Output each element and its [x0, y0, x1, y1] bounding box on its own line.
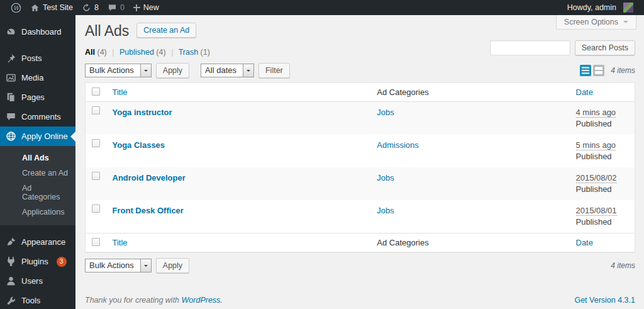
- sidebar-label: Plugins: [21, 257, 48, 266]
- submenu-item-create-an-ad[interactable]: Create an Ad: [0, 166, 75, 181]
- bulk-actions-select[interactable]: Bulk Actions: [85, 259, 152, 272]
- wordpress-link[interactable]: WordPress.: [182, 296, 223, 305]
- submenu-item-ad-categories[interactable]: Ad Categories: [0, 181, 75, 205]
- sidebar-label: Dashboard: [21, 27, 62, 37]
- list-view-icon[interactable]: [580, 65, 591, 76]
- select-all-checkbox[interactable]: [92, 87, 100, 96]
- view-trash-link[interactable]: Trash: [179, 48, 199, 57]
- row-checkbox[interactable]: [92, 106, 100, 115]
- items-count: 4 items: [611, 66, 635, 75]
- filter-button[interactable]: Filter: [258, 63, 290, 78]
- views-separator: |: [112, 48, 114, 57]
- sidebar-item-apply-online[interactable]: Apply Online: [0, 126, 75, 146]
- ad-title-link[interactable]: Yoga Classes: [113, 140, 165, 150]
- updates-count: 8: [94, 3, 99, 12]
- pin-icon: [6, 53, 16, 64]
- pages-icon: [6, 92, 16, 103]
- view-mode-switcher: [580, 65, 604, 76]
- sidebar-label: Tools: [21, 296, 40, 305]
- views-filter: All (4) | Published (4) | Trash (1): [85, 48, 635, 57]
- brush-icon: [6, 237, 16, 247]
- tablenav-top: Bulk Actions Apply All dates Filter: [85, 62, 635, 79]
- bulk-actions-select[interactable]: Bulk Actions: [85, 64, 152, 77]
- select-arrow-icon: [140, 64, 151, 77]
- sidebar-label: Users: [21, 276, 43, 286]
- ad-category-link[interactable]: Jobs: [377, 173, 394, 183]
- ad-status: Published: [576, 217, 629, 227]
- views-separator: |: [171, 48, 173, 57]
- sidebar-label: Appearance: [21, 237, 65, 247]
- sidebar-label: Pages: [21, 93, 45, 102]
- sidebar-item-tools[interactable]: Tools: [0, 291, 75, 309]
- select-all-checkbox[interactable]: [92, 238, 100, 246]
- sidebar-item-appearance[interactable]: Appearance: [0, 232, 75, 252]
- sort-by-title-link[interactable]: Title: [113, 87, 128, 97]
- comments-icon: [6, 111, 16, 122]
- sidebar-item-users[interactable]: Users: [0, 271, 75, 291]
- sidebar-label: Apply Online: [21, 132, 68, 141]
- site-name-link[interactable]: Test Site: [26, 0, 77, 15]
- row-checkbox[interactable]: [92, 205, 100, 213]
- admin-bar: W Test Site 8 0 New Howdy, admin: [0, 0, 644, 15]
- account-menu[interactable]: Howdy, admin: [563, 0, 638, 15]
- ad-title-link[interactable]: Android Developer: [113, 173, 186, 183]
- ad-date: 2015/08/02: [576, 173, 617, 183]
- ad-title-link[interactable]: Yoga instructor: [113, 108, 172, 117]
- sort-by-date-link[interactable]: Date: [576, 87, 593, 97]
- comments-link[interactable]: 0: [103, 0, 129, 15]
- sidebar-item-pages[interactable]: Pages: [0, 87, 75, 107]
- ad-category-link[interactable]: Admissions: [377, 140, 418, 150]
- submenu-item-applications[interactable]: Applications: [0, 205, 75, 220]
- create-an-ad-button[interactable]: Create an Ad: [136, 23, 196, 38]
- all-dates-select[interactable]: All dates: [201, 64, 254, 77]
- sort-by-date-link[interactable]: Date: [576, 238, 593, 247]
- page-title: All Ads: [85, 23, 129, 40]
- sidebar-item-comments[interactable]: Comments: [0, 107, 75, 126]
- view-trash-count: (1): [201, 48, 210, 57]
- submenu-item-all-ads[interactable]: All Ads: [0, 150, 75, 166]
- sidebar-item-plugins[interactable]: Plugins 3: [0, 252, 75, 271]
- get-version-link[interactable]: Get Version 4.3.1: [574, 296, 635, 305]
- sidebar-item-dashboard[interactable]: Dashboard: [0, 22, 75, 42]
- row-checkbox[interactable]: [92, 172, 100, 180]
- view-published-link[interactable]: Published: [119, 48, 154, 57]
- ad-title-link[interactable]: Front Desk Officer: [113, 206, 184, 215]
- table-row: Yoga Classes Admissions 5 mins agoPublis…: [86, 135, 635, 167]
- table-row: Android Developer Jobs 2015/08/02Publish…: [86, 167, 635, 200]
- row-checkbox[interactable]: [92, 139, 100, 147]
- select-arrow-icon: [243, 64, 253, 77]
- sidebar-item-posts[interactable]: Posts: [0, 48, 75, 68]
- apply-online-submenu: All Ads Create an Ad Ad Categories Appli…: [0, 146, 75, 225]
- main-content: Screen Options Search Posts All Ads Crea…: [75, 15, 644, 309]
- ad-status: Published: [576, 184, 629, 194]
- wp-logo-menu[interactable]: W: [6, 0, 26, 15]
- sort-by-title-link[interactable]: Title: [113, 238, 128, 247]
- site-name-label: Test Site: [43, 3, 73, 12]
- ads-table: Title Ad Categories Date Yoga instructor…: [85, 82, 635, 252]
- updates-link[interactable]: 8: [77, 0, 103, 15]
- bulk-actions-value: Bulk Actions: [86, 64, 140, 77]
- ad-category-link[interactable]: Jobs: [377, 206, 394, 215]
- wrench-icon: [6, 295, 16, 306]
- ad-date: 2015/08/01: [576, 206, 617, 216]
- select-arrow-icon: [140, 259, 151, 272]
- view-all-link[interactable]: All: [85, 48, 95, 57]
- apply-button[interactable]: Apply: [156, 63, 189, 78]
- all-dates-value: All dates: [201, 64, 243, 77]
- view-published-count: (4): [156, 48, 165, 57]
- ad-status: Published: [576, 152, 629, 161]
- update-icon: [82, 3, 91, 13]
- bulk-actions-value: Bulk Actions: [86, 259, 140, 272]
- ad-category-link[interactable]: Jobs: [377, 108, 394, 117]
- excerpt-view-icon[interactable]: [593, 65, 604, 76]
- table-row: Yoga instructor Jobs 4 mins agoPublished: [86, 101, 635, 135]
- plugin-icon: [6, 256, 16, 267]
- apply-button[interactable]: Apply: [156, 258, 189, 273]
- ad-status: Published: [576, 119, 629, 128]
- new-content-button[interactable]: New: [129, 0, 164, 15]
- ad-categories-header: Ad Categories: [377, 87, 428, 97]
- globe-icon: [6, 131, 16, 142]
- sidebar-item-media[interactable]: Media: [0, 68, 75, 87]
- ad-categories-header: Ad Categories: [377, 238, 428, 247]
- sidebar-label: Media: [21, 73, 43, 82]
